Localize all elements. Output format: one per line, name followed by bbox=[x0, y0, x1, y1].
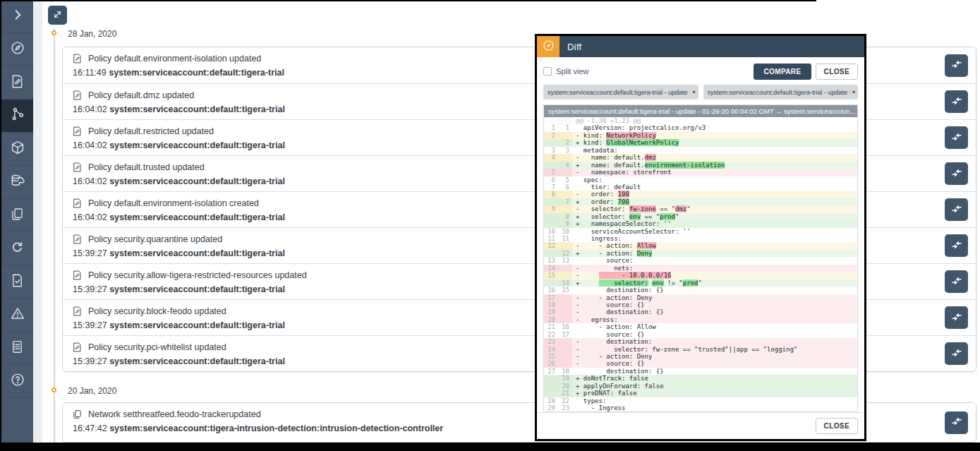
event-title: Policy default.environment-isolation cre… bbox=[88, 198, 259, 208]
compare-arrows-icon bbox=[950, 239, 963, 253]
close-button[interactable]: CLOSE bbox=[816, 64, 858, 80]
diff-line: 20+ applyOnForward: false bbox=[544, 383, 857, 390]
diff-line: 18- source: {} bbox=[544, 301, 857, 308]
top-border bbox=[0, 0, 816, 1]
policy-document-icon bbox=[72, 342, 83, 353]
diff-content[interactable]: @@ -1,30 +1,23 @@11 apiVersion: projectc… bbox=[544, 117, 857, 411]
expand-diagonal-arrows-icon bbox=[52, 9, 63, 22]
event-user: system:serviceaccount:default:tigera-tri… bbox=[109, 176, 285, 186]
diff-button[interactable] bbox=[945, 270, 968, 293]
diff-line: 12+ - action: Deny bbox=[544, 250, 857, 257]
diff-button[interactable] bbox=[945, 342, 968, 365]
diff-line: 14- nets: bbox=[544, 265, 857, 272]
diff-line: 2217 source: {} bbox=[544, 331, 857, 338]
event-time: 16:47:42 bbox=[73, 423, 107, 433]
event-time: 15:39:27 bbox=[73, 284, 107, 294]
policy-document-icon bbox=[72, 126, 83, 137]
sidebar-item-expand[interactable] bbox=[1, 0, 33, 33]
diff-line: 21+ preDNAT: false bbox=[544, 390, 857, 397]
footer-close-button[interactable]: CLOSE bbox=[816, 418, 858, 434]
sidebar-item-dashboard[interactable] bbox=[1, 33, 33, 66]
sidebar-item-workloads[interactable] bbox=[1, 133, 33, 166]
split-view-toggle[interactable]: Split view bbox=[543, 67, 588, 76]
event-user: system:serviceaccount:default:tigera-tri… bbox=[109, 320, 285, 330]
compare-arrows-icon bbox=[950, 58, 963, 73]
event-title: Policy default.trusted updated bbox=[88, 162, 205, 172]
event-user: system:serviceaccount:default:tigera-tri… bbox=[109, 356, 285, 366]
policy-document-icon bbox=[72, 162, 83, 173]
sidebar-item-help[interactable] bbox=[1, 365, 33, 398]
sidebar-item-timeline[interactable] bbox=[1, 100, 33, 133]
event-time: 16:04:02 bbox=[73, 212, 107, 222]
diff-button[interactable] bbox=[945, 126, 968, 149]
diff-line: 65 spec: bbox=[544, 176, 857, 184]
sidebar-item-storage[interactable] bbox=[1, 166, 33, 199]
diff-line: 8- order: 100 bbox=[544, 191, 857, 198]
sidebar-item-refresh[interactable] bbox=[1, 232, 33, 265]
event-time: 15:39:27 bbox=[73, 248, 107, 258]
sidebar-item-logs[interactable] bbox=[1, 332, 33, 365]
chevron-down-icon: ▾ bbox=[852, 89, 855, 95]
event-title: Network setthreatfeed.feodo-trackerupdat… bbox=[88, 409, 261, 419]
revision-select-left[interactable]: system:serviceaccount:default:tigera-tri… bbox=[543, 85, 698, 100]
diff-line: 7+ order: 700 bbox=[544, 198, 857, 205]
sidebar-item-compliance[interactable] bbox=[1, 265, 33, 299]
policy-document-icon bbox=[72, 198, 83, 209]
compare-arrows-icon bbox=[950, 415, 963, 430]
diff-line: 1111 ingress: bbox=[544, 235, 857, 242]
brand-logo bbox=[537, 36, 559, 57]
diff-line: 9- selector: fw-zone == "dmz" bbox=[544, 205, 857, 212]
diff-line: 76 tier: default bbox=[544, 184, 857, 191]
diff-line: 2116 - action: Allow bbox=[544, 323, 857, 330]
diff-button[interactable] bbox=[945, 198, 968, 221]
policy-document-icon bbox=[72, 234, 83, 245]
compare-arrows-icon bbox=[950, 95, 963, 109]
revision-select-right[interactable]: system:serviceaccount:default:tigera-tri… bbox=[703, 85, 859, 100]
diff-line: 2718 destination: {} bbox=[544, 368, 857, 375]
event-time: 15:39:27 bbox=[73, 356, 107, 366]
diff-line: 20- egress: bbox=[544, 316, 857, 323]
network-graph-icon bbox=[10, 107, 25, 125]
copy-icon bbox=[72, 409, 83, 420]
diff-line: 19- destination: {} bbox=[544, 308, 857, 315]
policy-document-icon bbox=[72, 270, 83, 281]
diff-line: 17- - action: Deny bbox=[544, 294, 857, 301]
diff-line: 2923 - Ingress bbox=[544, 404, 857, 411]
diff-button[interactable] bbox=[945, 162, 968, 185]
compare-button[interactable]: COMPARE bbox=[754, 64, 811, 80]
expand-view-button[interactable] bbox=[48, 6, 67, 25]
diff-button[interactable] bbox=[945, 306, 968, 329]
sidebar-item-layers[interactable] bbox=[1, 199, 33, 232]
event-user: system:serviceaccount:default:tigera-tri… bbox=[109, 140, 285, 150]
app-screen: 28 Jan, 2020 Policy default.environment-… bbox=[0, 0, 980, 451]
diff-line: 33 metadata: bbox=[544, 147, 857, 154]
document-check-icon bbox=[10, 273, 25, 291]
event-title: Policy security.quarantine updated bbox=[88, 234, 222, 244]
diff-button[interactable] bbox=[945, 411, 968, 434]
refresh-icon bbox=[10, 240, 25, 258]
diff-line: 1615 destination: {} bbox=[544, 287, 857, 294]
diff-button[interactable] bbox=[945, 90, 968, 113]
sidebar-item-policies[interactable] bbox=[1, 66, 33, 100]
diff-line: 26- source: {} bbox=[544, 360, 857, 367]
split-view-checkbox[interactable] bbox=[543, 67, 552, 76]
modal-title: Diff bbox=[567, 42, 581, 52]
timeline-dot bbox=[52, 387, 56, 392]
sidebar-item-alerts[interactable] bbox=[1, 299, 33, 332]
database-cloud-icon bbox=[10, 173, 25, 191]
compass-icon bbox=[10, 40, 25, 59]
diff-button[interactable] bbox=[945, 54, 968, 77]
diff-line: 11 apiVersion: projectcalico.org/v3 bbox=[544, 124, 857, 131]
event-time: 16:04:02 bbox=[73, 176, 107, 186]
event-title: Policy security.pci-whitelist updated bbox=[88, 342, 226, 352]
bottom-border bbox=[0, 443, 980, 451]
warning-triangle-icon bbox=[10, 306, 25, 324]
diff-line: 14+ selector: env != "prod" bbox=[544, 279, 857, 287]
diff-line: 2+ kind: GlobalNetworkPolicy bbox=[544, 139, 857, 146]
diff-modal-header: Diff bbox=[537, 36, 864, 57]
diff-button[interactable] bbox=[945, 234, 968, 257]
diff-modal: Diff Split view COMPARE CLOSE system:ser… bbox=[535, 34, 866, 441]
report-list-icon bbox=[10, 339, 25, 357]
diff-modal-body: Split view COMPARE CLOSE system:servicea… bbox=[537, 57, 864, 412]
diff-line: 12- - action: Allow bbox=[544, 242, 857, 249]
